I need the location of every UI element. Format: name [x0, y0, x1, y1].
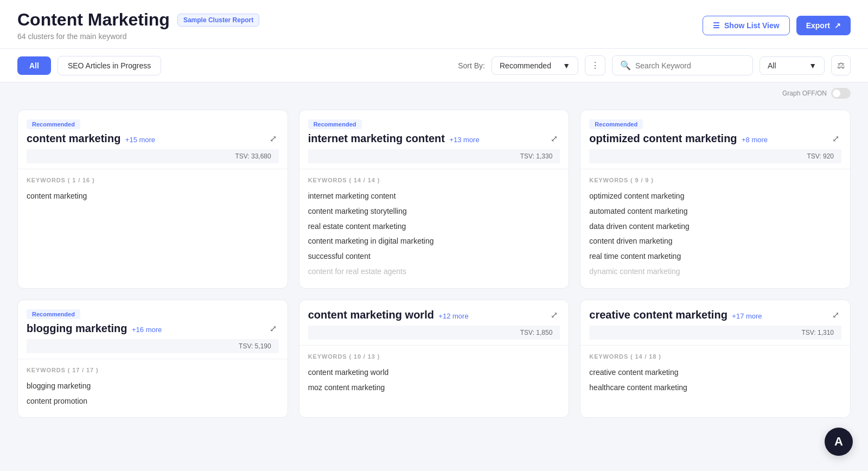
card-top: Recommended content marketing +15 more ⤢…	[18, 110, 288, 169]
cluster-card: Recommended content marketing +15 more ⤢…	[17, 110, 288, 289]
keywords-label: KEYWORDS ( 9 / 9 )	[589, 177, 841, 183]
list-view-label: Show List View	[724, 21, 780, 30]
cluster-card: content marketing world +12 more ⤢ TSV: …	[299, 300, 570, 418]
list-icon: ☰	[713, 21, 720, 30]
page-header: Content Marketing Sample Cluster Report …	[0, 0, 868, 49]
filter-icon[interactable]: ⚖	[831, 55, 851, 75]
header-actions: ☰ Show List View Export ↗	[703, 16, 851, 35]
cluster-card: Recommended optimized content marketing …	[580, 110, 851, 289]
more-label: +8 more	[742, 136, 768, 144]
card-title-group: creative content marketing +17 more	[589, 309, 762, 321]
card-title-group: internet marketing content +13 more	[308, 132, 480, 145]
recommended-badge: Recommended	[308, 119, 362, 129]
export-icon: ↗	[834, 21, 841, 30]
subtitle: 64 clusters for the main keyword	[17, 32, 259, 41]
sort-dropdown[interactable]: Recommended ▼	[492, 56, 578, 75]
graph-toggle-switch[interactable]	[831, 88, 851, 99]
tab-all[interactable]: All	[17, 56, 51, 75]
expand-icon[interactable]: ⤢	[548, 132, 560, 145]
header-left: Content Marketing Sample Cluster Report …	[17, 10, 259, 41]
card-title-group: content marketing world +12 more	[308, 309, 469, 321]
keyword-item: internet marketing content	[308, 189, 560, 204]
card-title-row: optimized content marketing +8 more ⤢	[589, 132, 841, 145]
keywords-label: KEYWORDS ( 14 / 14 )	[308, 177, 560, 183]
recommended-badge: Recommended	[27, 119, 80, 129]
card-title: content marketing	[27, 132, 120, 144]
expand-icon[interactable]: ⤢	[548, 309, 560, 321]
search-icon: 🔍	[620, 60, 631, 71]
keyword-item: content promotion	[27, 394, 279, 409]
cluster-card: Recommended internet marketing content +…	[299, 110, 570, 289]
card-title-row: blogging marketing +16 more ⤢	[27, 322, 279, 335]
recommended-badge: Recommended	[27, 309, 80, 319]
keyword-item-muted: content for real estate agents	[308, 264, 560, 279]
expand-icon[interactable]: ⤢	[830, 132, 841, 145]
graph-toggle-label: Graph OFF/ON	[782, 90, 827, 97]
card-title-group: blogging marketing +16 more	[27, 322, 162, 335]
card-top: Recommended optimized content marketing …	[580, 110, 850, 169]
keyword-item: successful content	[308, 249, 560, 264]
tsv-value: TSV: 920	[589, 149, 841, 163]
card-title-group: optimized content marketing +8 more	[589, 132, 768, 145]
keyword-item: content marketing storytelling	[308, 204, 560, 219]
keyword-item: real time content marketing	[589, 249, 841, 264]
keywords-label: KEYWORDS ( 10 / 13 )	[308, 353, 560, 360]
fab-icon: A	[834, 435, 843, 435]
card-keywords: KEYWORDS ( 1 / 16 ) content marketing	[18, 169, 288, 213]
keyword-item: content driven marketing	[589, 234, 841, 249]
card-title-row: content marketing +15 more ⤢	[27, 132, 279, 145]
sort-label: Sort By:	[458, 61, 485, 70]
export-button[interactable]: Export ↗	[796, 16, 851, 35]
keyword-item: content marketing	[27, 189, 279, 204]
keyword-item: automated content marketing	[589, 204, 841, 219]
graph-toggle-row: Graph OFF/ON	[0, 82, 868, 101]
keyword-item: moz content marketing	[308, 380, 560, 396]
card-title: content marketing world	[308, 309, 434, 321]
card-title-row: content marketing world +12 more ⤢	[308, 309, 560, 321]
card-keywords: KEYWORDS ( 10 / 13 ) content marketing w…	[299, 345, 569, 404]
card-title-group: content marketing +15 more	[27, 132, 155, 145]
tsv-value: TSV: 1,330	[308, 149, 560, 163]
expand-icon[interactable]: ⤢	[830, 309, 841, 321]
cards-grid: Recommended content marketing +15 more ⤢…	[0, 101, 868, 435]
more-label: +12 more	[438, 312, 468, 320]
card-keywords: KEYWORDS ( 14 / 14 ) internet marketing …	[299, 169, 569, 288]
keyword-item: content marketing world	[308, 365, 560, 380]
chevron-down-icon: ▼	[809, 61, 816, 70]
keyword-item: blogging marketing	[27, 379, 279, 394]
expand-icon[interactable]: ⤢	[267, 322, 279, 335]
card-title: creative content marketing	[589, 309, 727, 321]
chevron-down-icon: ▼	[563, 61, 570, 70]
tsv-value: TSV: 5,190	[27, 339, 279, 353]
card-title: blogging marketing	[27, 322, 127, 334]
tsv-value: TSV: 1,850	[308, 326, 560, 340]
keyword-item: optimized content marketing	[589, 189, 841, 204]
keyword-item-muted: dynamic content marketing	[589, 264, 841, 279]
keyword-item: content marketing in digital marketing	[308, 234, 560, 249]
sort-options-icon[interactable]: ⋮	[585, 55, 605, 75]
card-title: optimized content marketing	[589, 132, 737, 144]
more-label: +15 more	[125, 136, 155, 144]
cluster-card: creative content marketing +17 more ⤢ TS…	[580, 300, 851, 418]
sort-value: Recommended	[500, 61, 551, 70]
search-input[interactable]	[635, 61, 745, 70]
keyword-item: creative content marketing	[589, 365, 841, 380]
card-top: Recommended blogging marketing +16 more …	[18, 300, 288, 359]
tsv-value: TSV: 1,310	[589, 326, 841, 340]
tab-seo-articles[interactable]: SEO Articles in Progress	[58, 56, 161, 75]
list-view-button[interactable]: ☰ Show List View	[703, 16, 790, 35]
card-keywords: KEYWORDS ( 17 / 17 ) blogging marketingc…	[18, 359, 288, 418]
sample-badge: Sample Cluster Report	[177, 14, 259, 27]
card-keywords: KEYWORDS ( 14 / 18 ) creative content ma…	[580, 345, 850, 404]
filter-dropdown[interactable]: All ▼	[760, 56, 825, 75]
keyword-item: real estate content marketing	[308, 219, 560, 234]
tsv-value: TSV: 33,680	[27, 149, 279, 163]
expand-icon[interactable]: ⤢	[267, 132, 279, 145]
filter-value: All	[768, 61, 776, 70]
keywords-label: KEYWORDS ( 17 / 17 )	[27, 367, 279, 373]
card-title-row: internet marketing content +13 more ⤢	[308, 132, 560, 145]
card-title: internet marketing content	[308, 132, 445, 144]
recommended-badge: Recommended	[589, 119, 643, 129]
search-box[interactable]: 🔍	[612, 55, 753, 75]
card-top: creative content marketing +17 more ⤢ TS…	[580, 300, 850, 345]
